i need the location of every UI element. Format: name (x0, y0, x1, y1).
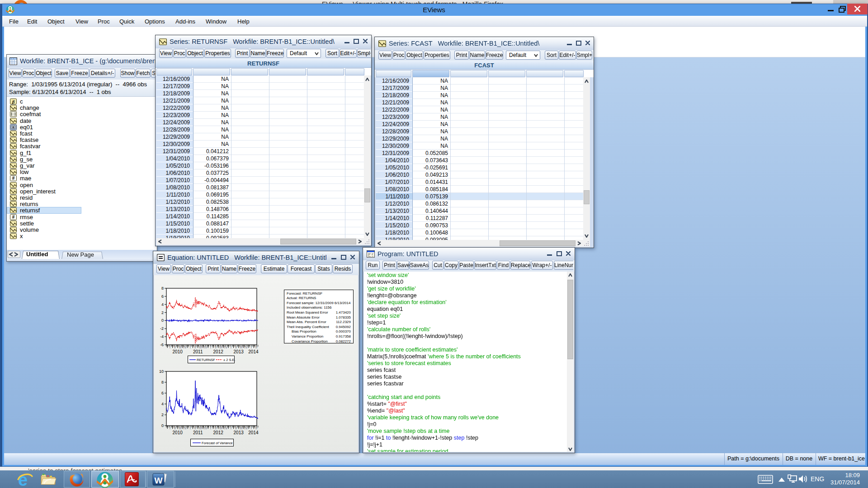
svg-text:II: II (235, 426, 237, 430)
svg-text:IV: IV (184, 345, 187, 349)
svg-text:I: I (231, 426, 231, 430)
svg-text:IV: IV (245, 426, 248, 430)
svg-text:8: 8 (161, 286, 164, 291)
svg-text:II: II (215, 426, 217, 430)
svg-text:2013: 2013 (234, 349, 244, 354)
svg-text:II: II (194, 345, 196, 349)
svg-text:8: 8 (161, 380, 164, 385)
svg-text:IV: IV (224, 345, 228, 349)
svg-text:I: I (210, 345, 211, 349)
svg-text:4: 4 (161, 302, 164, 307)
svg-text:II: II (174, 345, 176, 349)
svg-text:-6: -6 (160, 343, 164, 347)
svg-text:III: III (240, 426, 243, 430)
svg-text:10: 10 (159, 369, 164, 374)
svg-text:0: 0 (161, 423, 164, 428)
svg-text:IV: IV (204, 426, 208, 430)
svg-text:#: # (12, 176, 15, 181)
svg-text:III: III (219, 426, 222, 430)
svg-text:III: III (240, 345, 243, 349)
svg-text:III: III (179, 345, 182, 349)
svg-text:II: II (255, 426, 257, 430)
svg-text:II: II (194, 426, 196, 430)
svg-text:0: 0 (161, 318, 164, 323)
svg-text:II: II (174, 426, 176, 430)
svg-text:2011: 2011 (193, 430, 203, 435)
svg-text:I: I (170, 345, 170, 349)
svg-text:β: β (12, 99, 15, 104)
svg-text:#: # (12, 215, 15, 220)
svg-text:W: W (155, 476, 163, 485)
svg-text:I: I (251, 426, 252, 430)
svg-text:I: I (231, 345, 231, 349)
svg-text:I: I (251, 345, 252, 349)
svg-text:III: III (199, 345, 202, 349)
svg-text:I: I (190, 345, 191, 349)
svg-text:III: III (179, 426, 182, 430)
svg-text:2014: 2014 (248, 349, 259, 354)
svg-text:III: III (219, 345, 222, 349)
svg-text:IV: IV (224, 426, 228, 430)
svg-text:III: III (199, 426, 202, 430)
svg-text:2: 2 (161, 310, 164, 315)
svg-text:-4: -4 (160, 334, 164, 339)
svg-text:2010: 2010 (173, 430, 183, 435)
svg-text:IV: IV (245, 345, 248, 349)
svg-text:2012: 2012 (213, 349, 224, 354)
svg-text:2014: 2014 (248, 430, 259, 435)
svg-text:4: 4 (161, 402, 164, 406)
svg-text:6: 6 (161, 391, 164, 395)
svg-text:IV: IV (184, 426, 187, 430)
svg-text:2010: 2010 (173, 349, 183, 354)
svg-text:2011: 2011 (193, 349, 203, 354)
svg-text:I: I (170, 426, 170, 430)
svg-text:II: II (215, 345, 217, 349)
svg-text:II: II (255, 345, 257, 349)
svg-text:2013: 2013 (234, 430, 244, 435)
svg-text:6: 6 (161, 294, 164, 299)
svg-text:I: I (210, 426, 211, 430)
svg-text:2012: 2012 (213, 430, 224, 435)
svg-text:-2: -2 (160, 326, 164, 331)
svg-text:2: 2 (161, 413, 164, 417)
svg-text:IV: IV (204, 345, 208, 349)
svg-text:II: II (235, 345, 237, 349)
svg-text:I: I (190, 426, 191, 430)
